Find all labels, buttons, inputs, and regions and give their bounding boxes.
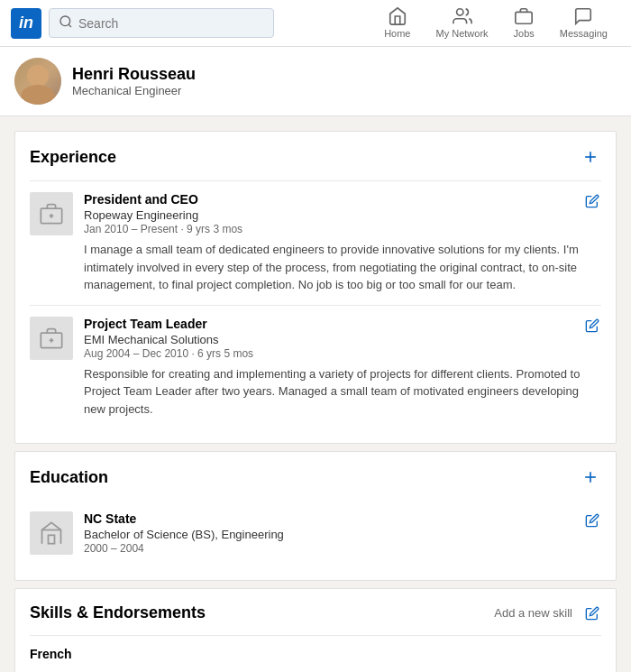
school-logo-1 [30, 511, 73, 555]
education-actions [580, 466, 601, 488]
nav-network[interactable]: My Network [423, 0, 500, 47]
svg-line-1 [69, 24, 71, 27]
skills-actions: Add a new skill [494, 604, 601, 622]
exp-content-1: President and CEO Ropeway Engineering Ja… [84, 192, 601, 294]
profile-header: Henri Rousseau Mechanical Engineer [0, 47, 631, 116]
svg-rect-14 [49, 535, 55, 543]
nav-messaging-label: Messaging [560, 28, 608, 39]
nav-jobs-label: Jobs [514, 28, 535, 39]
exp-company-1: Ropeway Engineering [84, 208, 242, 222]
exp-desc-2: Responsible for creating and implementin… [84, 365, 601, 419]
add-education-button[interactable] [580, 466, 601, 488]
profile-title: Mechanical Engineer [72, 84, 196, 97]
navbar: in Home My Network [0, 0, 631, 47]
exp-title-1: President and CEO [84, 192, 242, 207]
search-input[interactable] [78, 16, 264, 31]
company-logo-1 [30, 192, 73, 235]
edit-skills-button[interactable] [583, 604, 601, 622]
svg-point-2 [456, 8, 462, 14]
company-logo-2 [30, 317, 73, 360]
svg-point-0 [60, 16, 70, 26]
exp-dates-1: Jan 2010 – Present · 9 yrs 3 mos [84, 223, 242, 235]
linkedin-logo[interactable]: in [11, 8, 41, 39]
edu-school-1: NC State [84, 511, 284, 526]
skill-name-1: French [30, 647, 601, 661]
nav-network-label: My Network [435, 28, 488, 39]
exp-company-2: EMI Mechanical Solutions [84, 333, 253, 346]
education-item-1: NC State Bachelor of Science (BS), Engin… [30, 501, 601, 566]
linkedin-logo-text: in [19, 14, 33, 32]
edu-years-1: 2000 – 2004 [84, 542, 284, 555]
nav-jobs[interactable]: Jobs [501, 0, 547, 47]
experience-header: Experience [30, 146, 601, 168]
education-section: Education NC State [14, 451, 617, 581]
experience-actions [580, 146, 601, 168]
skills-title: Skills & Endorsements [30, 603, 206, 622]
experience-title: Experience [30, 148, 116, 167]
experience-section: Experience [14, 131, 617, 444]
svg-rect-3 [516, 12, 532, 23]
main-content: Experience [0, 116, 631, 672]
search-box[interactable] [49, 8, 274, 38]
nav-home-label: Home [384, 28, 410, 39]
education-title: Education [30, 468, 108, 487]
experience-item-1: President and CEO Ropeway Engineering Ja… [30, 180, 601, 305]
edit-experience-2-button[interactable] [583, 317, 601, 335]
nav-messaging[interactable]: Messaging [547, 0, 620, 47]
skill-item-1: French [30, 635, 601, 672]
education-header: Education [30, 466, 601, 488]
profile-info: Henri Rousseau Mechanical Engineer [72, 65, 196, 97]
nav-items: Home My Network Jobs Messaging [371, 0, 620, 47]
edu-degree-1: Bachelor of Science (BS), Engineering [84, 528, 284, 541]
edu-content-1: NC State Bachelor of Science (BS), Engin… [84, 511, 601, 555]
add-experience-button[interactable] [580, 146, 601, 168]
avatar [14, 58, 61, 105]
skills-header: Skills & Endorsements Add a new skill [30, 603, 601, 622]
edit-experience-1-button[interactable] [583, 192, 601, 210]
nav-home[interactable]: Home [371, 0, 423, 47]
experience-item-2: Project Team Leader EMI Mechanical Solut… [30, 305, 601, 429]
exp-content-2: Project Team Leader EMI Mechanical Solut… [84, 317, 601, 419]
profile-name: Henri Rousseau [72, 65, 196, 84]
add-skill-link[interactable]: Add a new skill [494, 606, 572, 620]
edit-education-1-button[interactable] [583, 511, 601, 529]
skills-section: Skills & Endorsements Add a new skill Fr… [14, 588, 617, 672]
exp-dates-2: Aug 2004 – Dec 2010 · 6 yrs 5 mos [84, 347, 253, 360]
exp-title-2: Project Team Leader [84, 317, 253, 331]
exp-desc-1: I manage a small team of dedicated engin… [84, 241, 601, 294]
avatar-image [14, 58, 61, 105]
search-icon [59, 14, 73, 32]
